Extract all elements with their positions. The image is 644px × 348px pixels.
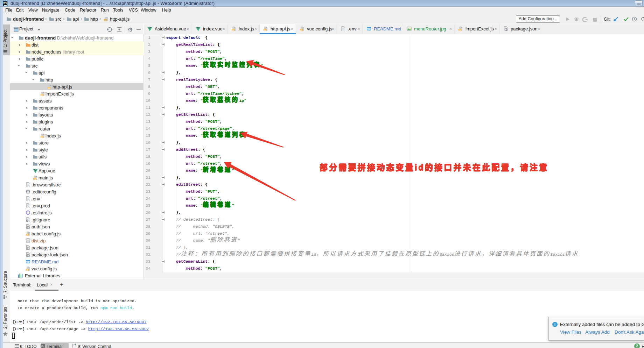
svg-text:JS: JS xyxy=(104,19,107,21)
svg-text:{}: {} xyxy=(27,247,30,250)
svg-text:MD: MD xyxy=(367,28,371,30)
svg-text:MD: MD xyxy=(26,261,30,263)
svg-text:JS: JS xyxy=(459,29,461,31)
svg-text:JS: JS xyxy=(300,29,303,31)
svg-text:{}: {} xyxy=(27,254,30,257)
svg-text:{}: {} xyxy=(27,226,30,229)
svg-text:{}: {} xyxy=(504,28,507,31)
svg-text:JS: JS xyxy=(34,178,36,180)
svg-text:JS: JS xyxy=(26,269,29,271)
svg-text:JS: JS xyxy=(41,94,43,96)
svg-text:JS: JS xyxy=(41,136,43,138)
svg-text:JS: JS xyxy=(264,29,266,31)
svg-text:JS: JS xyxy=(48,87,50,89)
svg-text:JS: JS xyxy=(232,29,234,31)
svg-text:JS: JS xyxy=(26,234,29,236)
